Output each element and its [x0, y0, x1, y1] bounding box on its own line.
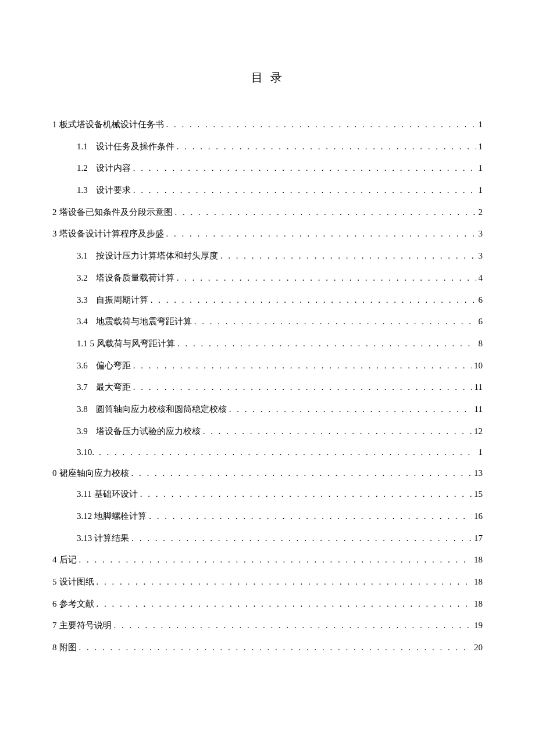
toc-entry-page: 1: [479, 140, 483, 153]
toc-entry-page: 17: [474, 532, 483, 545]
toc-leader-dots: [220, 249, 476, 263]
toc-leader-dots: [97, 597, 472, 611]
toc-entry-number: 3.12: [77, 510, 92, 523]
toc-entry-page: 4: [479, 271, 483, 285]
toc-special-line2: 0裙座轴向应力校核13: [52, 467, 483, 479]
toc-entry-page: 20: [474, 641, 483, 654]
toc-entry: 3塔设备设计计算程序及步盛3: [52, 227, 483, 241]
toc-leader-dots: [133, 359, 472, 372]
toc-entry-number: 3.4: [77, 315, 88, 328]
toc-entry-number: 3.10.: [77, 446, 94, 458]
toc-entry-page: 6: [479, 315, 483, 328]
toc-entry-page: 1: [479, 162, 483, 175]
toc-special-line1: 3.10.1: [52, 446, 483, 458]
toc-entry-number: 6: [52, 597, 57, 611]
toc-entry-page: 13: [474, 467, 483, 479]
toc-entry: 8附图20: [52, 641, 483, 654]
toc-entry-label: 塔设备设计计算程序及步盛: [59, 227, 164, 241]
toc-entry-special: 3.10.10裙座轴向应力校核13: [52, 446, 483, 479]
toc-entry-page: 1: [479, 184, 483, 197]
toc-entry-number: 8: [52, 641, 57, 654]
toc-entry: 1.3设计要求1: [52, 184, 483, 197]
toc-entry-page: 1: [479, 118, 483, 131]
toc-entry: 3.1按设计压力计算塔体和封头厚度3: [52, 249, 483, 263]
toc-entry-label: 计算结果: [94, 532, 129, 545]
toc-entry-label: 设计内容: [96, 162, 131, 175]
toc-entry-number: 3.9: [77, 425, 88, 438]
toc-entry-number: 1: [52, 118, 57, 131]
toc-entry-label: 板式塔设备机械设计任务书: [59, 118, 164, 131]
toc-entry-page: 11: [475, 381, 483, 394]
toc-entry: 1.1设计任务及操作条件1: [52, 140, 483, 153]
toc-entry-number: 3.1: [77, 249, 88, 263]
toc-entry-page: 15: [474, 488, 483, 501]
toc-leader-dots: [140, 488, 472, 501]
toc-entry-page: 16: [474, 510, 483, 523]
toc-entry-label: 塔设备已知条件及分段示意图: [59, 206, 173, 219]
toc-entry-number: 3.13: [77, 532, 92, 545]
toc-leader-dots: [133, 381, 472, 394]
toc-entry-label: 地震载荷与地震弯距计算: [96, 315, 192, 328]
toc-entry-label: 风载荷与风弯距计算: [97, 337, 175, 350]
toc-entry: 3.2塔设备质量载荷计算4: [52, 271, 483, 285]
toc-entry: 1.1 5风载荷与风弯距计算8: [52, 337, 483, 350]
toc-leader-dots: [131, 467, 472, 479]
toc-entry-number: 2: [52, 206, 57, 219]
toc-entry: 1板式塔设备机械设计任务书1: [52, 118, 483, 131]
toc-entry-number: 1.2: [77, 162, 88, 175]
toc-entry-page: 2: [479, 206, 483, 219]
toc-entry: 3.8圆筒轴向应力校核和圆筒稳定校核11: [52, 403, 483, 416]
toc-entry-page: 18: [474, 553, 483, 567]
toc-entry: 6参考文献18: [52, 597, 483, 611]
toc-leader-dots: [177, 337, 476, 350]
toc-entry-number: 4: [52, 553, 57, 567]
toc-entry: 3.12地脚螺栓计算16: [52, 510, 483, 523]
toc-leader-dots: [194, 315, 476, 328]
toc-entry-label: 偏心弯距: [96, 359, 131, 372]
toc-entry-label: 塔设备压力试验的应力校核: [96, 425, 201, 438]
toc-leader-dots: [133, 162, 476, 175]
toc-entry-label: 基础环设计: [94, 488, 138, 501]
toc-entry-label: 设计图纸: [59, 575, 94, 589]
toc-leader-dots: [203, 425, 472, 438]
toc-entry-number: 3.7: [77, 381, 88, 394]
toc-entry-page: 3: [479, 249, 483, 263]
toc-leader-dots: [166, 227, 476, 241]
toc-entry-label: 按设计压力计算塔体和封头厚度: [96, 249, 218, 263]
toc-leader-dots: [151, 293, 476, 307]
toc-entry: 3.9塔设备压力试验的应力校核12: [52, 425, 483, 438]
toc-leader-dots: [131, 532, 472, 545]
toc-entry-number: 1.3: [77, 184, 88, 197]
toc-entry-number: 3: [52, 227, 57, 241]
toc-leader-dots: [177, 140, 476, 153]
toc-entry-label: 裙座轴向应力校核: [59, 467, 129, 479]
toc-entry: 5设计图纸18: [52, 575, 483, 589]
toc-entry-label: 附图: [59, 641, 77, 654]
toc-entry-label: 设计要求: [96, 184, 131, 197]
toc-entry-number: 5: [52, 575, 57, 589]
toc-entry-number: 3.11: [77, 488, 92, 501]
toc-leader-dots: [99, 446, 476, 458]
toc-leader-dots: [229, 403, 472, 416]
toc-leader-dots: [79, 641, 472, 654]
toc-entry: 4后记18: [52, 553, 483, 567]
toc-entry-page: 10: [474, 359, 483, 372]
toc-entry-number: 1.1 5: [77, 337, 94, 350]
toc-entry-label: 主要符号说明: [59, 619, 112, 632]
toc-entry-number: 3.6: [77, 359, 88, 372]
toc-entry-label: 塔设备质量载荷计算: [96, 271, 174, 285]
toc-entry-page: 8: [479, 337, 483, 350]
document-page: 目 录 1板式塔设备机械设计任务书11.1设计任务及操作条件11.2设计内容11…: [0, 0, 535, 654]
toc-entry-page: 1: [479, 446, 483, 458]
toc-title: 目 录: [52, 70, 483, 85]
toc-entry-number: 1.1: [77, 140, 88, 153]
toc-entry-page: 18: [474, 597, 483, 611]
toc-entry-number: 3.8: [77, 403, 88, 416]
toc-entry-number: 3.2: [77, 271, 88, 285]
toc-entry: 3.7最大弯距11: [52, 381, 483, 394]
toc-entry: 3.4地震载荷与地震弯距计算6: [52, 315, 483, 328]
toc-entry: 7主要符号说明19: [52, 619, 483, 632]
toc-entry-label: 后记: [59, 553, 77, 567]
toc-entry-number: 0: [52, 467, 57, 479]
toc-entry: 1.2设计内容1: [52, 162, 483, 175]
